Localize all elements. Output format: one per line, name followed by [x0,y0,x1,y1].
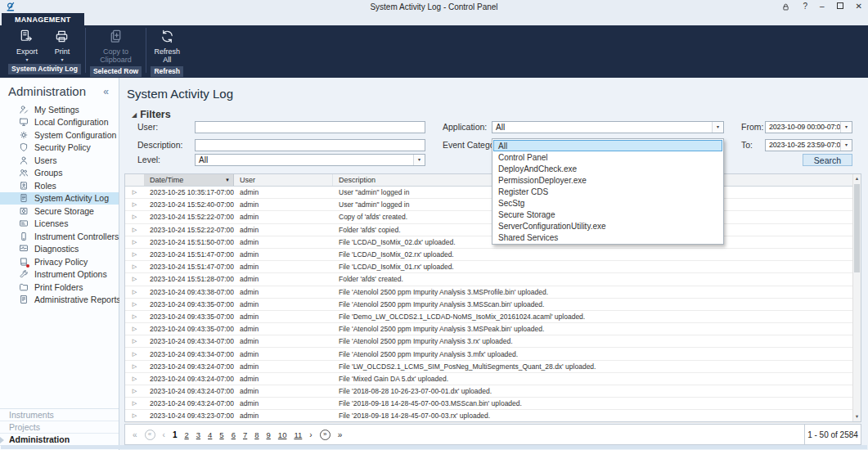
sidebar-item-administrative-reports[interactable]: Administrative Reports [0,294,119,307]
table-vertical-scrollbar[interactable]: ▲ ▼ [852,174,861,421]
sidebar-pane-projects[interactable]: Projects [0,421,119,434]
table-row[interactable]: ▷2023-10-24 09:43:38-07:00adminFile 'Ate… [125,286,861,299]
to-date-field[interactable]: 2023-10-25 23:59-07:00 ▾ [765,139,852,151]
row-expander-icon[interactable]: ▷ [125,351,144,358]
export-button[interactable]: Export ▾ [11,29,43,62]
row-expander-icon[interactable]: ▷ [125,263,144,270]
sidebar-item-diagnostics[interactable]: Diagnostics [0,243,119,256]
dropdown-option-secstg[interactable]: SecStg [493,197,722,209]
pager-first-button[interactable]: « [133,430,137,439]
pager-page-3[interactable]: 3 [196,430,200,439]
dropdown-arrow-icon[interactable]: ▾ [413,155,425,165]
table-row[interactable]: ▷2023-10-24 15:51:47-07:00adminFile 'LCD… [125,249,861,261]
dropdown-option-deployandcheck-exe[interactable]: DeployAndCheck.exe [493,163,722,174]
help-button[interactable]: ? [803,2,807,11]
search-button[interactable]: Search [803,154,852,166]
user-filter-input[interactable] [195,121,425,133]
sidebar-item-system-configuration[interactable]: System Configuration [0,128,119,142]
dropdown-option-control-panel[interactable]: Control Panel [493,151,722,163]
pager-page-4[interactable]: 4 [208,430,212,439]
table-row[interactable]: ▷2023-10-24 09:43:24-07:00adminFile 'LW_… [125,361,861,373]
sidebar-item-security-policy[interactable]: Security Policy [0,142,119,155]
sidebar-item-secure-storage[interactable]: Secure Storage [0,205,119,218]
dropdown-option-serverconfigurationutility-exe[interactable]: ServerConfigurationUtility.exe [493,220,722,232]
table-row[interactable]: ▷2023-10-24 09:43:24-07:00adminFile '201… [125,398,861,410]
scroll-down-icon[interactable]: ▼ [853,412,861,421]
sidebar-item-privacy-policy[interactable]: Privacy Policy [0,255,119,268]
pager-page-5[interactable]: 5 [219,430,223,439]
row-expander-icon[interactable]: ▷ [125,363,144,370]
row-expander-icon[interactable]: ▷ [125,289,144,295]
column-header-user[interactable]: User [234,174,333,186]
row-expander-icon[interactable]: ▷ [125,227,144,233]
row-expander-icon[interactable]: ▷ [125,276,144,282]
from-date-field[interactable]: 2023-10-09 00:00-07:00 ▾ [765,121,852,133]
dropdown-arrow-icon[interactable]: ▾ [840,140,852,151]
row-expander-icon[interactable]: ▷ [125,326,144,332]
table-row[interactable]: ▷2023-10-24 09:43:35-07:00adminFile 'Ate… [125,323,861,335]
table-row[interactable]: ▷2023-10-24 15:51:47-07:00adminFile 'LCD… [125,261,861,273]
row-expander-icon[interactable]: ▷ [125,201,144,208]
refresh-all-button[interactable]: Refresh All [151,29,183,65]
scroll-up-icon[interactable]: ▲ [853,174,861,183]
sidebar-item-users[interactable]: Users [0,154,119,167]
sidebar-item-my-settings[interactable]: My Settings [0,103,119,116]
column-header-datetime[interactable]: Date/Time ▼ [144,174,234,186]
dropdown-option-shared-services[interactable]: Shared Services [493,232,722,243]
copy-to-clipboard-button[interactable]: Copy to Clipboard [96,29,137,65]
print-button[interactable]: Print ▾ [46,29,79,62]
sidebar-item-print-folders[interactable]: Print Folders [0,281,119,294]
pager-last-button[interactable]: » [338,430,343,439]
sidebar-item-instrument-controllers[interactable]: Instrument Controllers [0,230,119,243]
table-row[interactable]: ▷2023-10-24 09:43:24-07:00adminFile 'Mix… [125,373,861,385]
lock-icon[interactable] [781,2,790,11]
dropdown-arrow-icon[interactable]: ▾ [712,122,723,133]
level-filter-select[interactable]: All ▾ [195,154,425,166]
table-row[interactable]: ▷2023-10-24 09:43:34-07:00adminFile 'Ate… [125,348,861,360]
sidebar-pane-administration[interactable]: Administration [0,434,119,446]
dropdown-arrow-icon[interactable]: ▾ [840,122,852,133]
sidebar-item-groups[interactable]: Groups [0,167,119,180]
table-row[interactable]: ▷2023-10-24 09:43:35-07:00adminFile 'Ate… [125,299,861,311]
row-expander-icon[interactable]: ▷ [125,301,144,308]
pager-page-1[interactable]: 1 [173,430,178,439]
table-row[interactable]: ▷2023-10-24 09:43:24-07:00adminFile '201… [125,385,861,398]
dropdown-option-all[interactable]: All [493,140,722,151]
tab-management[interactable]: MANAGEMENT [2,13,84,25]
row-expander-icon[interactable]: ▷ [125,214,144,220]
row-expander-icon[interactable]: ▷ [125,388,144,394]
table-row[interactable]: ▷2023-10-24 09:43:34-07:00adminFile 'Ate… [125,335,861,348]
row-expander-icon[interactable]: ▷ [125,313,144,320]
table-row[interactable]: ▷2023-10-24 09:43:35-07:00adminFile 'Dem… [125,311,861,323]
sidebar-item-local-configuration[interactable]: Local Configuration [0,116,119,129]
row-expander-icon[interactable]: ▷ [125,412,144,419]
row-expander-icon[interactable]: ▷ [125,376,144,382]
table-row[interactable]: ▷2023-10-24 15:51:28-07:00adminFolder 'a… [125,273,861,286]
scrollbar-thumb[interactable] [854,184,860,272]
sidebar-pane-instruments[interactable]: Instruments [0,409,119,421]
collapse-sidebar-icon[interactable]: « [103,86,109,97]
dropdown-option-register-cds[interactable]: Register CDS [493,186,722,197]
pager-page-7[interactable]: 7 [243,430,247,439]
close-button[interactable]: ✕ [856,2,862,11]
pager-page-9[interactable]: 9 [267,430,271,439]
row-expander-icon[interactable]: ▷ [125,239,144,245]
pager-page-10[interactable]: 10 [278,430,287,439]
pager-jump-back-button[interactable]: « [145,430,155,440]
pager-page-6[interactable]: 6 [232,430,236,439]
sidebar-item-instrument-options[interactable]: Instrument Options [0,268,119,281]
pager-page-2[interactable]: 2 [184,430,188,439]
pager-page-11[interactable]: 11 [294,430,302,439]
minimize-button[interactable]: – [820,2,825,11]
row-expander-icon[interactable]: ▷ [125,189,144,196]
row-expander-icon[interactable]: ▷ [125,338,144,344]
maximize-button[interactable] [837,2,843,11]
table-row[interactable]: ▷2023-10-24 09:43:23-07:00adminFile '201… [125,410,861,422]
row-expander-icon[interactable]: ▷ [125,400,144,407]
description-filter-input[interactable] [195,139,425,151]
sidebar-item-licenses[interactable]: Licenses [0,218,119,231]
row-expander-icon[interactable]: ▷ [125,251,144,258]
dropdown-option-permissiondeployer-exe[interactable]: PermissionDeployer.exe [493,174,722,186]
sidebar-item-system-activity-log[interactable]: System Activity Log [0,192,119,205]
pager-next-button[interactable]: › [309,430,312,439]
